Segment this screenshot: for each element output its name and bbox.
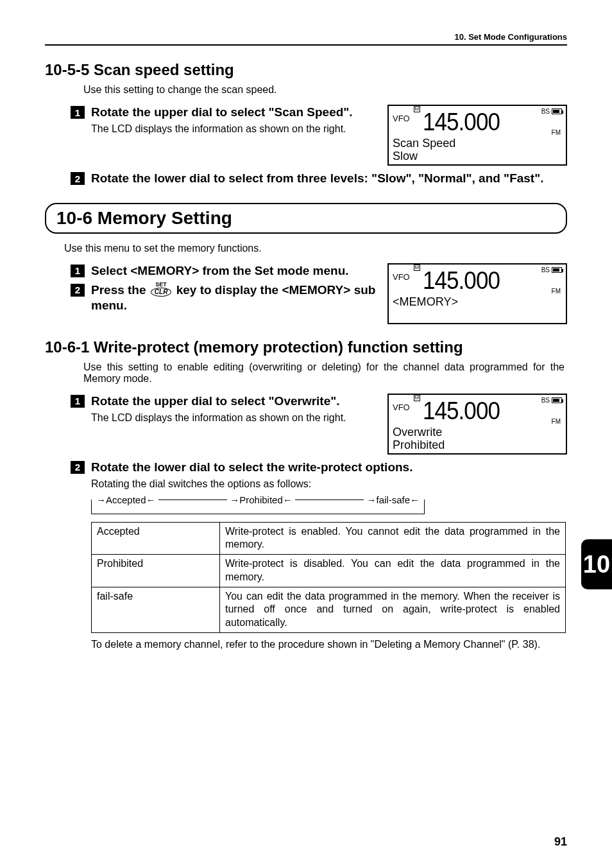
lcd-fm-indicator: FM (552, 418, 561, 425)
step-text: Rotate the lower dial to select the writ… (91, 460, 567, 490)
opt-val: Write-protect is disabled. You can edit … (220, 555, 566, 587)
lcd-m-icon: M (414, 106, 420, 112)
lcd-bs-indicator: BS (541, 266, 562, 273)
table-row: Accepted Write-protect is enabled. You c… (92, 522, 566, 555)
lcd-line2: Slow (393, 150, 554, 162)
step-sub: Rotating the dial switches the options a… (91, 478, 567, 490)
lcd-bs-indicator: BS (541, 108, 562, 115)
step-sub: The LCD displays the information as show… (91, 123, 376, 135)
lcd-scan-speed: BS FM VFOM 145.000 Scan Speed Slow (387, 105, 567, 166)
lcd-bs-indicator: BS (541, 397, 562, 404)
lcd-vfo-label: VFO (393, 114, 410, 123)
lcd-fm-indicator: FM (552, 129, 561, 136)
side-tab: 10 (581, 539, 612, 589)
page-number: 91 (554, 835, 567, 849)
options-table: Accepted Write-protect is enabled. You c… (91, 522, 566, 634)
step-text: Rotate the upper dial to select "Overwri… (91, 394, 376, 424)
step-text: Rotate the lower dial to select from thr… (91, 171, 567, 186)
lcd-m-icon: M (414, 265, 420, 271)
step-badge: 1 (71, 265, 85, 277)
step-badge: 2 (71, 284, 85, 297)
opt-key: Prohibited (92, 555, 220, 587)
lcd-memory: BS FM VFOM 145.000 <MEMORY> (387, 263, 567, 324)
lcd-line2: Prohibited (393, 438, 554, 451)
clr-key-icon: SET CLR (151, 282, 172, 297)
lcd-line1: Scan Speed (393, 137, 554, 150)
step-bold: Rotate the lower dial to select the writ… (91, 460, 412, 474)
section-10-6-title: 10-6 Memory Setting (45, 203, 567, 234)
step-text-a: Press the (91, 283, 149, 297)
step-badge: 1 (71, 106, 85, 119)
opt-key: fail-safe (92, 587, 220, 632)
step-badge: 2 (71, 461, 85, 474)
battery-icon (552, 108, 562, 114)
step-bold: Rotate the upper dial to select "Scan Sp… (91, 105, 353, 119)
battery-icon (552, 397, 562, 403)
opt-val: Write-protect is enabled. You cannot edi… (220, 522, 566, 555)
table-row: Prohibited Write-protect is disabled. Yo… (92, 555, 566, 587)
section-10-6-1-title: 10-6-1 Write-protect (memory protection)… (45, 338, 567, 356)
flow-a: Accepted (106, 494, 146, 505)
step-badge: 1 (71, 395, 85, 408)
section-10-5-5-title: 10-5-5 Scan speed setting (45, 61, 567, 79)
table-row: fail-safe You can edit the data programm… (92, 587, 566, 632)
lcd-fm-indicator: FM (552, 288, 561, 295)
step-text: Select <MEMORY> from the Set mode menu. (91, 263, 376, 279)
lcd-line1: Overwrite (393, 426, 554, 438)
lcd-overwrite: BS FM VFOM 145.000 Overwrite Prohibited (387, 394, 567, 455)
after-table-note: To delete a memory channel, refer to the… (91, 638, 566, 652)
flow-diagram: → Accepted ←→ Prohibited ←→ fail-safe ← (91, 494, 425, 514)
battery-icon (552, 267, 562, 273)
lcd-vfo-label: VFO (393, 272, 410, 282)
step-badge: 2 (71, 172, 85, 185)
section-10-6-1-intro: Use this setting to enable editing (over… (83, 361, 565, 385)
opt-key: Accepted (92, 522, 220, 555)
flow-c: fail-safe (376, 494, 410, 505)
lcd-line1: <MEMORY> (393, 295, 554, 308)
step-sub: The LCD displays the information as show… (91, 412, 376, 424)
opt-val: You can edit the data programmed in the … (220, 587, 566, 632)
step-text: Rotate the upper dial to select "Scan Sp… (91, 105, 376, 135)
flow-b: Prohibited (239, 494, 283, 505)
lcd-vfo-label: VFO (393, 403, 410, 412)
lcd-m-icon: M (414, 395, 420, 401)
step-bold: Rotate the upper dial to select "Overwri… (91, 394, 340, 408)
section-10-6-intro: Use this menu to set the memory function… (64, 243, 567, 254)
lcd-frequency: 145.000 (423, 397, 500, 425)
section-10-5-5-intro: Use this setting to change the scan spee… (83, 84, 567, 96)
step-text: Press the SET CLR key to display the <ME… (91, 282, 376, 313)
header-chapter: 10. Set Mode Configurations (45, 32, 567, 46)
lcd-frequency: 145.000 (423, 108, 500, 136)
lcd-frequency: 145.000 (423, 267, 500, 295)
